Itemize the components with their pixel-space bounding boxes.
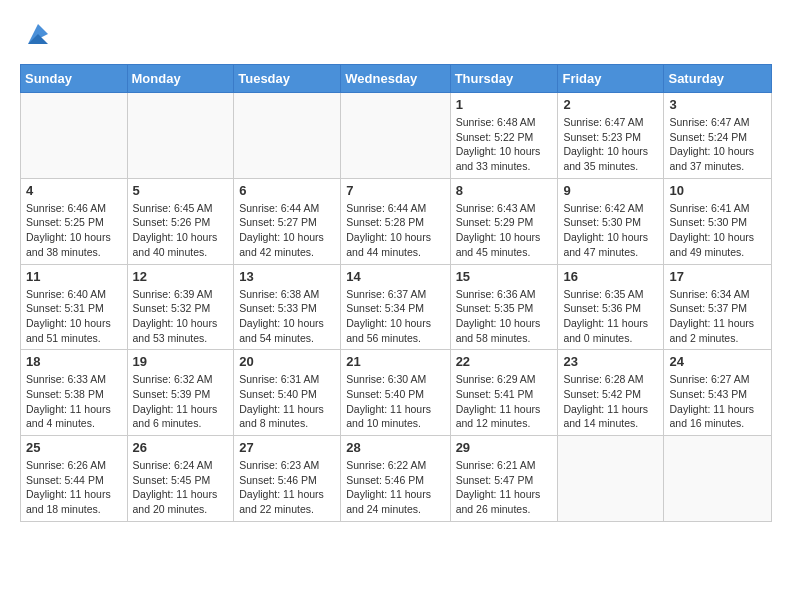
calendar-day-cell: 23Sunrise: 6:28 AM Sunset: 5:42 PM Dayli… <box>558 350 664 436</box>
day-info: Sunrise: 6:44 AM Sunset: 5:27 PM Dayligh… <box>239 201 335 260</box>
calendar-day-cell <box>341 93 450 179</box>
calendar-week-row: 25Sunrise: 6:26 AM Sunset: 5:44 PM Dayli… <box>21 436 772 522</box>
calendar-week-row: 18Sunrise: 6:33 AM Sunset: 5:38 PM Dayli… <box>21 350 772 436</box>
day-number: 7 <box>346 183 444 198</box>
calendar-day-cell: 13Sunrise: 6:38 AM Sunset: 5:33 PM Dayli… <box>234 264 341 350</box>
calendar-day-cell: 6Sunrise: 6:44 AM Sunset: 5:27 PM Daylig… <box>234 178 341 264</box>
day-info: Sunrise: 6:36 AM Sunset: 5:35 PM Dayligh… <box>456 287 553 346</box>
day-header-tuesday: Tuesday <box>234 65 341 93</box>
day-info: Sunrise: 6:26 AM Sunset: 5:44 PM Dayligh… <box>26 458 122 517</box>
day-info: Sunrise: 6:24 AM Sunset: 5:45 PM Dayligh… <box>133 458 229 517</box>
day-header-saturday: Saturday <box>664 65 772 93</box>
calendar-day-cell: 3Sunrise: 6:47 AM Sunset: 5:24 PM Daylig… <box>664 93 772 179</box>
day-header-wednesday: Wednesday <box>341 65 450 93</box>
day-info: Sunrise: 6:44 AM Sunset: 5:28 PM Dayligh… <box>346 201 444 260</box>
day-info: Sunrise: 6:23 AM Sunset: 5:46 PM Dayligh… <box>239 458 335 517</box>
day-number: 26 <box>133 440 229 455</box>
calendar-day-cell: 14Sunrise: 6:37 AM Sunset: 5:34 PM Dayli… <box>341 264 450 350</box>
day-info: Sunrise: 6:41 AM Sunset: 5:30 PM Dayligh… <box>669 201 766 260</box>
day-number: 9 <box>563 183 658 198</box>
day-number: 3 <box>669 97 766 112</box>
page-header <box>20 20 772 48</box>
calendar-day-cell: 28Sunrise: 6:22 AM Sunset: 5:46 PM Dayli… <box>341 436 450 522</box>
day-number: 27 <box>239 440 335 455</box>
day-number: 4 <box>26 183 122 198</box>
calendar-day-cell <box>21 93 128 179</box>
day-number: 13 <box>239 269 335 284</box>
calendar-day-cell: 26Sunrise: 6:24 AM Sunset: 5:45 PM Dayli… <box>127 436 234 522</box>
day-header-thursday: Thursday <box>450 65 558 93</box>
day-number: 20 <box>239 354 335 369</box>
calendar-week-row: 1Sunrise: 6:48 AM Sunset: 5:22 PM Daylig… <box>21 93 772 179</box>
day-number: 24 <box>669 354 766 369</box>
day-info: Sunrise: 6:22 AM Sunset: 5:46 PM Dayligh… <box>346 458 444 517</box>
day-number: 14 <box>346 269 444 284</box>
day-info: Sunrise: 6:33 AM Sunset: 5:38 PM Dayligh… <box>26 372 122 431</box>
day-info: Sunrise: 6:47 AM Sunset: 5:23 PM Dayligh… <box>563 115 658 174</box>
logo-icon <box>24 20 52 48</box>
calendar-day-cell: 20Sunrise: 6:31 AM Sunset: 5:40 PM Dayli… <box>234 350 341 436</box>
day-number: 19 <box>133 354 229 369</box>
day-info: Sunrise: 6:30 AM Sunset: 5:40 PM Dayligh… <box>346 372 444 431</box>
day-number: 2 <box>563 97 658 112</box>
day-info: Sunrise: 6:48 AM Sunset: 5:22 PM Dayligh… <box>456 115 553 174</box>
day-info: Sunrise: 6:39 AM Sunset: 5:32 PM Dayligh… <box>133 287 229 346</box>
calendar-day-cell: 29Sunrise: 6:21 AM Sunset: 5:47 PM Dayli… <box>450 436 558 522</box>
day-info: Sunrise: 6:29 AM Sunset: 5:41 PM Dayligh… <box>456 372 553 431</box>
day-info: Sunrise: 6:42 AM Sunset: 5:30 PM Dayligh… <box>563 201 658 260</box>
day-number: 10 <box>669 183 766 198</box>
day-number: 17 <box>669 269 766 284</box>
day-number: 28 <box>346 440 444 455</box>
day-number: 23 <box>563 354 658 369</box>
calendar-day-cell: 19Sunrise: 6:32 AM Sunset: 5:39 PM Dayli… <box>127 350 234 436</box>
calendar-day-cell: 25Sunrise: 6:26 AM Sunset: 5:44 PM Dayli… <box>21 436 128 522</box>
day-number: 8 <box>456 183 553 198</box>
calendar-day-cell: 7Sunrise: 6:44 AM Sunset: 5:28 PM Daylig… <box>341 178 450 264</box>
calendar-day-cell <box>127 93 234 179</box>
day-info: Sunrise: 6:40 AM Sunset: 5:31 PM Dayligh… <box>26 287 122 346</box>
day-info: Sunrise: 6:43 AM Sunset: 5:29 PM Dayligh… <box>456 201 553 260</box>
day-info: Sunrise: 6:21 AM Sunset: 5:47 PM Dayligh… <box>456 458 553 517</box>
day-number: 22 <box>456 354 553 369</box>
calendar-day-cell: 11Sunrise: 6:40 AM Sunset: 5:31 PM Dayli… <box>21 264 128 350</box>
day-info: Sunrise: 6:32 AM Sunset: 5:39 PM Dayligh… <box>133 372 229 431</box>
calendar-day-cell: 9Sunrise: 6:42 AM Sunset: 5:30 PM Daylig… <box>558 178 664 264</box>
calendar-day-cell: 21Sunrise: 6:30 AM Sunset: 5:40 PM Dayli… <box>341 350 450 436</box>
calendar-day-cell: 12Sunrise: 6:39 AM Sunset: 5:32 PM Dayli… <box>127 264 234 350</box>
day-number: 16 <box>563 269 658 284</box>
calendar-day-cell <box>234 93 341 179</box>
calendar-day-cell: 16Sunrise: 6:35 AM Sunset: 5:36 PM Dayli… <box>558 264 664 350</box>
calendar-day-cell: 8Sunrise: 6:43 AM Sunset: 5:29 PM Daylig… <box>450 178 558 264</box>
day-number: 25 <box>26 440 122 455</box>
calendar-day-cell: 18Sunrise: 6:33 AM Sunset: 5:38 PM Dayli… <box>21 350 128 436</box>
calendar-day-cell: 17Sunrise: 6:34 AM Sunset: 5:37 PM Dayli… <box>664 264 772 350</box>
day-number: 11 <box>26 269 122 284</box>
calendar-day-cell: 24Sunrise: 6:27 AM Sunset: 5:43 PM Dayli… <box>664 350 772 436</box>
calendar-day-cell: 15Sunrise: 6:36 AM Sunset: 5:35 PM Dayli… <box>450 264 558 350</box>
day-number: 15 <box>456 269 553 284</box>
calendar-day-cell: 22Sunrise: 6:29 AM Sunset: 5:41 PM Dayli… <box>450 350 558 436</box>
day-info: Sunrise: 6:47 AM Sunset: 5:24 PM Dayligh… <box>669 115 766 174</box>
day-header-sunday: Sunday <box>21 65 128 93</box>
day-number: 6 <box>239 183 335 198</box>
day-number: 21 <box>346 354 444 369</box>
calendar-day-cell: 5Sunrise: 6:45 AM Sunset: 5:26 PM Daylig… <box>127 178 234 264</box>
day-header-friday: Friday <box>558 65 664 93</box>
calendar-day-cell <box>558 436 664 522</box>
calendar-day-cell <box>664 436 772 522</box>
calendar-week-row: 11Sunrise: 6:40 AM Sunset: 5:31 PM Dayli… <box>21 264 772 350</box>
day-info: Sunrise: 6:46 AM Sunset: 5:25 PM Dayligh… <box>26 201 122 260</box>
calendar-day-cell: 4Sunrise: 6:46 AM Sunset: 5:25 PM Daylig… <box>21 178 128 264</box>
day-info: Sunrise: 6:28 AM Sunset: 5:42 PM Dayligh… <box>563 372 658 431</box>
day-info: Sunrise: 6:45 AM Sunset: 5:26 PM Dayligh… <box>133 201 229 260</box>
day-info: Sunrise: 6:27 AM Sunset: 5:43 PM Dayligh… <box>669 372 766 431</box>
day-info: Sunrise: 6:35 AM Sunset: 5:36 PM Dayligh… <box>563 287 658 346</box>
day-number: 1 <box>456 97 553 112</box>
day-number: 5 <box>133 183 229 198</box>
calendar-day-cell: 10Sunrise: 6:41 AM Sunset: 5:30 PM Dayli… <box>664 178 772 264</box>
calendar-header-row: SundayMondayTuesdayWednesdayThursdayFrid… <box>21 65 772 93</box>
day-number: 29 <box>456 440 553 455</box>
day-info: Sunrise: 6:34 AM Sunset: 5:37 PM Dayligh… <box>669 287 766 346</box>
day-info: Sunrise: 6:31 AM Sunset: 5:40 PM Dayligh… <box>239 372 335 431</box>
calendar-week-row: 4Sunrise: 6:46 AM Sunset: 5:25 PM Daylig… <box>21 178 772 264</box>
